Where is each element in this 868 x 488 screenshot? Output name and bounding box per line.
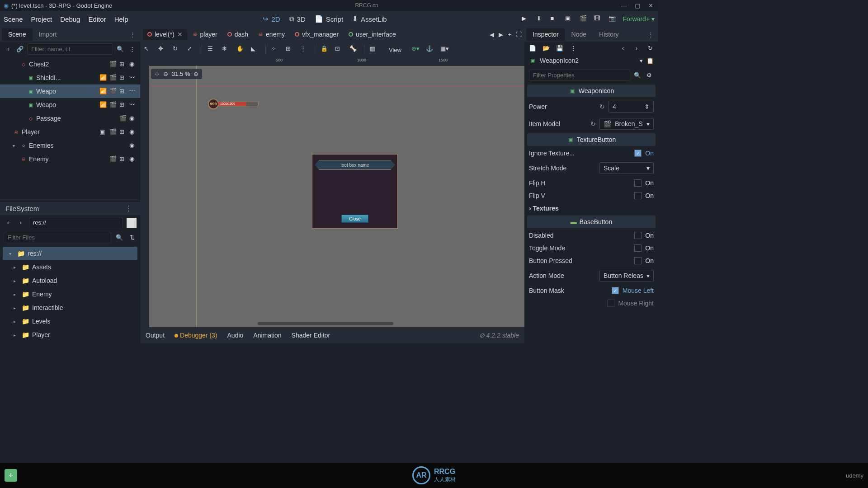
remote-icon[interactable]: ▣	[565, 15, 573, 23]
section-weapon-icon[interactable]: ▣WeaponIcon	[527, 84, 656, 97]
rotate-icon[interactable]: ↻	[173, 45, 182, 54]
nav-fwd-icon[interactable]: ›	[16, 218, 25, 227]
pause-icon[interactable]: ⏸	[536, 15, 544, 23]
list-icon[interactable]: ☰	[208, 45, 217, 54]
clap-icon[interactable]: 🎬	[109, 101, 117, 108]
group-icon[interactable]: ⊡	[335, 45, 344, 54]
eye-icon[interactable]: ◉	[129, 155, 137, 163]
scene-tab[interactable]: ☠player	[188, 29, 222, 40]
zoom-in-icon[interactable]: ⊕	[193, 70, 198, 77]
viewport[interactable]: 500 1000 1500 999 1000/1000 loot box nam…	[140, 58, 524, 327]
tree-node[interactable]: ▣ShieldI...📶🎬⊞〰	[0, 71, 140, 84]
tab-debugger[interactable]: Debugger (3)	[175, 332, 217, 339]
reset-icon[interactable]: ↻	[590, 120, 596, 127]
disabled-checkbox[interactable]	[634, 232, 642, 239]
section-textures[interactable]: › Textures	[524, 202, 658, 215]
fs-item[interactable]: ▸📁Interactible	[0, 301, 140, 314]
reset-icon[interactable]: ↻	[599, 103, 605, 110]
ruler-icon[interactable]: ◣	[251, 45, 260, 54]
fs-item[interactable]: ▸📁Levels	[0, 314, 140, 328]
wifi-icon[interactable]: 📶	[99, 88, 107, 95]
flip-v-checkbox[interactable]	[634, 192, 642, 199]
node-dropdown-icon[interactable]: ▾	[640, 57, 643, 64]
eye-icon[interactable]: ◉	[129, 61, 137, 68]
power-field[interactable]: 4⇕	[609, 101, 654, 113]
tree-node[interactable]: ◇Chest2🎬⊞◉	[0, 57, 140, 71]
view-menu[interactable]: View	[384, 45, 406, 55]
clap-icon[interactable]: 🎬	[109, 155, 117, 163]
tab-close-icon[interactable]: ✕	[177, 31, 183, 38]
tab-output[interactable]: Output	[146, 332, 165, 339]
wave-icon[interactable]: 〰	[129, 101, 137, 108]
eye-icon[interactable]: ◉	[129, 115, 137, 122]
mode-script[interactable]: 📄 Script	[315, 15, 343, 23]
clap-icon[interactable]: 🎬	[109, 128, 117, 136]
stretch-mode-field[interactable]: Scale ▾	[599, 162, 654, 174]
tree-node[interactable]: ▾○Enemies◉	[0, 139, 140, 152]
fs-item[interactable]: ▸📁Enemy	[0, 287, 140, 301]
insp-more-icon[interactable]: ⋮	[569, 43, 578, 52]
fs-item[interactable]: ▸📁Autoload	[0, 274, 140, 287]
anchor-icon[interactable]: ⚓	[426, 45, 435, 54]
grid-icon[interactable]: ⊞	[119, 155, 127, 163]
history-icon[interactable]: ↻	[646, 43, 655, 52]
tree-node[interactable]: ◇Passage🎬◉	[0, 112, 140, 125]
insp-settings-icon[interactable]: ⚙	[645, 71, 654, 80]
inspector-filter-input[interactable]	[529, 70, 630, 81]
wave-icon[interactable]: 〰	[129, 74, 137, 81]
add-menu-icon[interactable]: ⊕▾	[411, 45, 420, 54]
tab-animation[interactable]: Animation	[253, 332, 281, 339]
close-icon[interactable]: ✕	[648, 2, 655, 9]
layers-icon[interactable]: ▥	[370, 45, 379, 54]
snap-menu-icon[interactable]: ⋮	[300, 45, 309, 54]
renderer-select[interactable]: Forward+ ▾	[623, 15, 655, 23]
tab-import[interactable]: Import	[33, 28, 63, 41]
wifi-icon[interactable]: 📶	[99, 74, 107, 81]
tab-add-icon[interactable]: +	[508, 31, 511, 38]
fs-thumb-icon[interactable]	[127, 218, 137, 228]
viewport-scrollbar[interactable]	[258, 322, 393, 325]
mode-2d[interactable]: ↪ 2D	[263, 15, 280, 23]
grid-icon[interactable]: ⊞	[119, 61, 127, 68]
tab-inspector[interactable]: Inspector	[526, 28, 565, 41]
clap-icon[interactable]: 🎞	[594, 15, 602, 23]
clap-icon[interactable]: 🎬	[119, 115, 127, 122]
movie-icon[interactable]: 🎬	[580, 15, 588, 23]
mouse-left-checkbox[interactable]: ✓	[612, 287, 619, 294]
fs-item[interactable]: ▸📁Player	[0, 328, 140, 342]
button-pressed-checkbox[interactable]	[634, 257, 642, 264]
section-base-button[interactable]: ▬BaseButton	[527, 216, 656, 228]
ignore-texture-checkbox[interactable]: ✓	[634, 150, 642, 157]
history-fwd-icon[interactable]: ›	[632, 43, 641, 52]
scale-icon[interactable]: ⤢	[187, 45, 196, 54]
more-icon[interactable]: ⋮	[127, 45, 137, 54]
grid-snap-icon[interactable]: ⊞	[286, 45, 295, 54]
mode-3d[interactable]: ⧉ 3D	[289, 15, 306, 23]
tree-node[interactable]: ▣Weapo📶🎬⊞〰	[0, 98, 140, 112]
insp-menu-icon[interactable]: ⋮	[645, 31, 656, 38]
center-view-icon[interactable]: ⊹	[155, 70, 160, 77]
insp-search-icon[interactable]: 🔍	[633, 71, 642, 80]
menu-editor[interactable]: Editor	[88, 15, 106, 23]
menu-scene[interactable]: Scene	[4, 15, 23, 23]
grid-menu-icon[interactable]: ▦▾	[440, 45, 449, 54]
loot-close-button[interactable]: Close	[341, 215, 368, 223]
scene-tab[interactable]: vfx_manager	[290, 29, 343, 40]
bone-icon[interactable]: 🦴	[349, 45, 359, 54]
section-texture-button[interactable]: ▣TextureButton	[527, 133, 656, 146]
fs-path[interactable]: res://	[29, 217, 123, 228]
new-resource-icon[interactable]: 📄	[528, 43, 537, 52]
mode-assetlib[interactable]: ⬇ AssetLib	[352, 15, 387, 23]
clap-icon[interactable]: 🎬	[109, 74, 117, 81]
inspector-node-name[interactable]: WeaponIcon2	[540, 57, 636, 64]
save-resource-icon[interactable]: 💾	[555, 43, 564, 52]
move-icon[interactable]: ✥	[158, 45, 167, 54]
zoom-out-icon[interactable]: ⊖	[163, 70, 168, 77]
fs-sort-icon[interactable]: ⇅	[127, 233, 137, 242]
tab-next-icon[interactable]: ▶	[499, 31, 503, 38]
fs-filter-input[interactable]	[4, 232, 111, 243]
clap-icon[interactable]: 🎬	[109, 61, 117, 68]
tab-audio[interactable]: Audio	[227, 332, 244, 339]
pan-icon[interactable]: ✋	[236, 45, 245, 54]
load-resource-icon[interactable]: 📂	[542, 43, 551, 52]
